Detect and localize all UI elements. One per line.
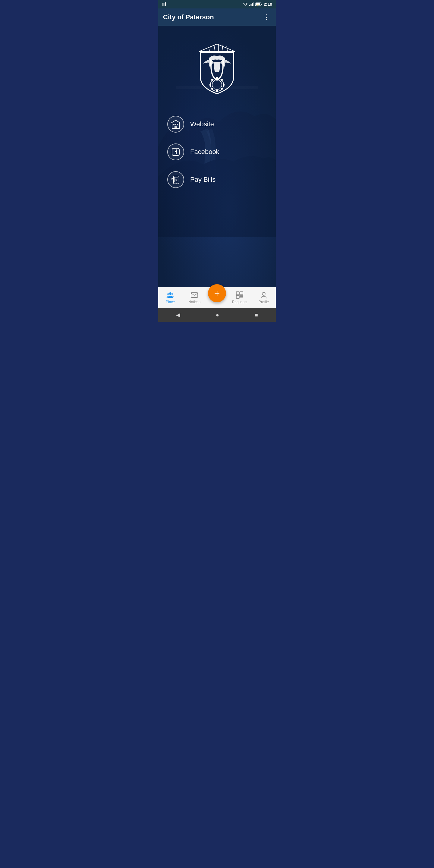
nav-requests[interactable]: Requests [227,291,252,304]
svg-rect-2 [165,2,166,6]
hero-spacer [158,196,276,287]
app-bar: City of Paterson ⋮ [158,8,276,26]
hero-section: Website Facebook $ [158,26,276,287]
pay-bills-label: Pay Bills [190,176,216,184]
svg-rect-48 [236,292,239,295]
android-home-button[interactable]: ● [216,312,219,318]
svg-rect-5 [252,3,253,6]
svg-line-17 [227,46,227,52]
signal-icon [249,2,254,6]
svg-text:⚡: ⚡ [257,4,259,6]
notices-icon [190,291,198,299]
website-label: Website [190,120,214,128]
android-back-button[interactable]: ◀ [176,312,180,318]
facebook-menu-item[interactable]: Facebook [158,138,276,166]
building-icon [171,119,181,129]
svg-point-46 [172,293,173,295]
svg-rect-49 [240,292,243,295]
app-bar-title: City of Paterson [163,13,214,21]
pay-bills-icon: $ [171,175,180,184]
svg-point-24 [212,80,222,90]
nav-requests-label: Requests [232,300,247,304]
nav-add[interactable]: + [207,289,227,307]
android-recents-button[interactable]: ■ [255,312,258,318]
wifi-icon [243,2,248,6]
status-left [162,2,166,6]
svg-point-42 [176,183,177,183]
svg-point-45 [167,293,169,295]
svg-rect-29 [211,79,213,81]
status-right: ⚡ 2:10 [243,2,272,7]
sim-icon [162,2,166,6]
profile-icon [260,291,268,299]
nav-profile[interactable]: Profile [252,291,276,304]
place-icon [166,291,174,299]
svg-rect-50 [236,296,239,299]
more-options-button[interactable]: ⋮ [262,13,271,22]
website-icon-circle [167,116,184,133]
requests-icon [236,291,244,299]
android-nav-bar: ◀ ● ■ [158,308,276,322]
facebook-icon [172,148,180,156]
battery-icon: ⚡ [255,2,262,6]
status-time: 2:10 [264,2,272,7]
svg-rect-0 [162,3,163,6]
nav-place-label: Place [166,300,175,304]
svg-rect-3 [249,5,250,6]
facebook-label: Facebook [190,148,219,156]
nav-place[interactable]: Place [158,291,182,304]
facebook-icon-circle [167,144,184,160]
svg-rect-1 [164,3,164,6]
bottom-navigation: Place Notices + [158,287,276,308]
svg-rect-37 [175,126,177,128]
svg-rect-25 [216,77,218,79]
status-bar: ⚡ 2:10 [158,0,276,8]
svg-rect-28 [223,84,224,86]
pay-bills-icon-circle: $ [167,171,184,188]
svg-text:$: $ [176,178,177,181]
svg-rect-27 [210,84,211,86]
svg-rect-35 [175,124,176,125]
svg-line-16 [222,44,223,52]
nav-notices-label: Notices [188,300,200,304]
svg-line-14 [214,44,215,52]
svg-rect-8 [261,4,261,5]
website-menu-item[interactable]: Website [158,110,276,138]
svg-point-44 [169,292,172,295]
pay-bills-menu-item[interactable]: $ Pay Bills [158,166,276,193]
svg-rect-30 [221,79,223,81]
menu-items-list: Website Facebook $ [158,107,276,196]
city-seal-logo [193,38,241,98]
svg-rect-34 [173,124,175,125]
nav-profile-label: Profile [258,300,269,304]
svg-line-20 [217,44,235,52]
svg-point-54 [262,292,265,296]
add-icon: + [214,288,220,298]
svg-rect-4 [250,4,251,6]
logo-area [158,26,276,107]
svg-rect-26 [216,90,218,92]
svg-rect-6 [253,2,254,6]
svg-rect-36 [177,124,178,125]
nav-notices[interactable]: Notices [182,291,207,304]
